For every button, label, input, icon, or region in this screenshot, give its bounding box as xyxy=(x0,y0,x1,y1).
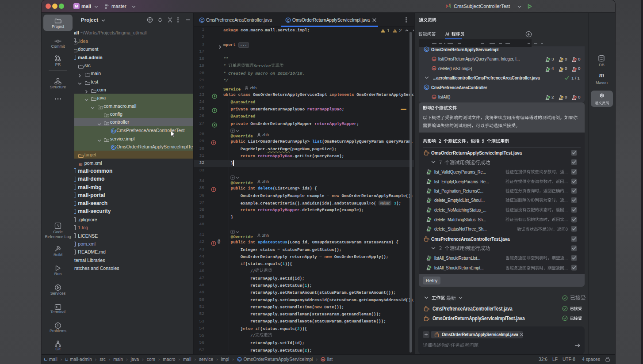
svg-text:C: C xyxy=(287,18,290,22)
svg-text:m: m xyxy=(79,161,83,167)
svg-text:C: C xyxy=(425,86,428,90)
svg-text:C: C xyxy=(425,48,428,52)
svg-text:C: C xyxy=(201,18,203,22)
svg-text:m: m xyxy=(432,67,435,70)
svg-text:m: m xyxy=(432,95,435,99)
svg-text:C: C xyxy=(238,358,241,361)
svg-text:m: m xyxy=(432,57,435,61)
svg-text:m: m xyxy=(322,358,324,361)
